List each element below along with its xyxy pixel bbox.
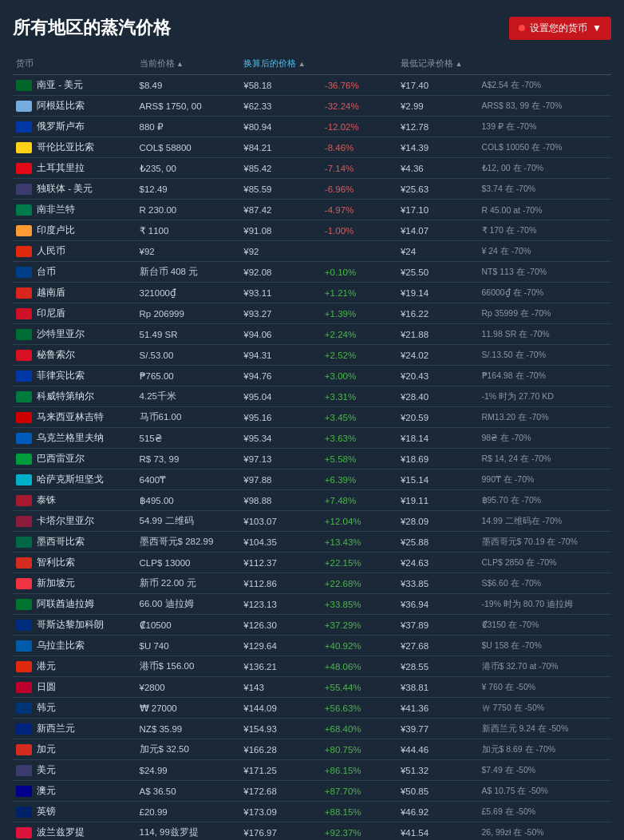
current-price: $24.99 <box>136 760 241 781</box>
currency-cell: 印尼盾 <box>13 303 136 324</box>
current-price: 新台币 408 元 <box>136 262 241 283</box>
current-price: $U 740 <box>136 636 241 656</box>
table-row: 沙特里亚尔 51.49 SR¥94.06+2.24%¥21.8811.98 SR… <box>13 324 611 345</box>
flag-icon <box>16 682 32 693</box>
converted-price: ¥144.09 <box>240 698 322 719</box>
converted-price: ¥95.16 <box>240 407 322 428</box>
currency-cell: 英镑 <box>13 802 136 822</box>
current-price: ARS$ 1750, 00 <box>136 96 241 117</box>
col-header-converted[interactable]: 换算后的价格 <box>240 53 322 75</box>
price-change: +80.75% <box>322 739 397 760</box>
current-price: 321000₫ <box>136 283 241 303</box>
price-change: +5.58% <box>322 449 397 470</box>
flag-icon <box>16 308 32 319</box>
price-change: +3.31% <box>322 386 397 407</box>
currency-cell: 越南盾 <box>13 283 136 303</box>
settings-button[interactable]: 设置您的货币 ▼ <box>509 17 611 40</box>
table-header: 货币 当前价格 换算后的价格 最低记录价格 <box>13 53 611 75</box>
converted-price: ¥97.88 <box>240 470 322 490</box>
currency-name: 韩元 <box>37 702 56 714</box>
currency-cell: 泰铢 <box>13 490 136 511</box>
current-price: ¥92 <box>136 241 241 262</box>
currency-cell: 印度卢比 <box>13 220 136 241</box>
price-change: +33.85% <box>322 594 397 615</box>
current-price: 54.99 二维码 <box>136 511 241 532</box>
flag-icon <box>16 516 32 527</box>
lowest-price: ¥24 <box>397 241 479 262</box>
col-header-lowest[interactable]: 最低记录价格 <box>397 53 479 75</box>
lowest-price: ¥18.14 <box>397 428 479 449</box>
lowest-price-detail: 14.99 二维码在 -70% <box>479 511 611 532</box>
flag-icon <box>16 454 32 465</box>
price-change: +13.43% <box>322 532 397 553</box>
lowest-price-detail: $U 158 在 -70% <box>479 636 611 656</box>
lowest-price-detail: NT$ 113 在 -70% <box>479 262 611 283</box>
lowest-price-detail: ₩ 7750 在 -50% <box>479 698 611 719</box>
currency-name: 哈萨克斯坦坚戈 <box>37 473 104 485</box>
flag-icon <box>16 204 32 216</box>
flag-icon <box>16 391 32 402</box>
lowest-price-detail: $3.74 在 -70% <box>479 179 611 200</box>
current-price: ฿495.00 <box>136 490 241 511</box>
table-row: 越南盾 321000₫¥93.11+1.21%¥19.1466000₫ 在 -7… <box>13 283 611 303</box>
lowest-price: ¥20.43 <box>397 366 479 386</box>
col-header-current[interactable]: 当前价格 <box>136 53 241 75</box>
currency-name: 美元 <box>37 764 56 776</box>
lowest-price: ¥4.36 <box>397 158 479 179</box>
currency-cell: 新西兰元 <box>13 719 136 739</box>
lowest-price-detail: 66000₫ 在 -70% <box>479 283 611 303</box>
table-row: 南亚 - 美元 $8.49¥58.18-36.76%¥17.40A$2.54 在… <box>13 75 611 96</box>
currency-cell: 澳元 <box>13 781 136 802</box>
currency-cell: 乌克兰格里夫纳 <box>13 428 136 449</box>
price-change: -12.02% <box>322 117 397 137</box>
table-row: 港元 港币$ 156.00¥136.21+48.06%¥28.55港币$ 32.… <box>13 656 611 677</box>
table-row: 美元 $24.99¥171.25+86.15%¥51.32$7.49 在 -50… <box>13 760 611 781</box>
price-change: -8.46% <box>322 137 397 158</box>
currency-cell: 南亚 - 美元 <box>13 75 136 96</box>
lowest-price-detail: -1% 时为 27.70 KD <box>479 386 611 407</box>
lowest-price: ¥25.63 <box>397 179 479 200</box>
current-price: £20.99 <box>136 802 241 822</box>
lowest-price-detail: £5.69 在 -50% <box>479 802 611 822</box>
flag-icon <box>16 80 32 91</box>
current-price: $12.49 <box>136 179 241 200</box>
table-row: 独联体 - 美元 $12.49¥85.59-6.96%¥25.63$3.74 在… <box>13 179 611 200</box>
flag-icon <box>16 350 32 361</box>
converted-price: ¥91.08 <box>240 220 322 241</box>
currency-name: 越南盾 <box>37 287 65 299</box>
currency-cell: 巴西雷亚尔 <box>13 449 136 470</box>
table-row: 哈萨克斯坦坚戈 6400₸¥97.88+6.39%¥15.14990₸ 在 -7… <box>13 470 611 490</box>
table-row: 新加坡元 新币 22.00 元¥112.86+22.68%¥33.85S$6.6… <box>13 573 611 594</box>
converted-price: ¥95.34 <box>240 428 322 449</box>
current-price: COL$ 58800 <box>136 137 241 158</box>
current-price: ¥2800 <box>136 677 241 698</box>
converted-price: ¥98.88 <box>240 490 322 511</box>
price-change: +55.44% <box>322 677 397 698</box>
lowest-price-detail: ¥ 24 在 -70% <box>479 241 611 262</box>
lowest-price: ¥38.81 <box>397 677 479 698</box>
flag-icon <box>16 225 32 236</box>
flag-icon <box>16 661 32 672</box>
currency-name: 秘鲁索尔 <box>37 349 75 361</box>
col-header-change <box>322 53 397 75</box>
converted-price: ¥58.18 <box>240 75 322 96</box>
flag-icon <box>16 163 32 174</box>
currency-name: 卡塔尔里亚尔 <box>37 515 94 527</box>
currency-cell: 波兰兹罗提 <box>13 822 136 841</box>
price-change: +37.29% <box>322 615 397 636</box>
flag-icon <box>16 537 32 548</box>
currency-cell: 人民币 <box>13 241 136 262</box>
price-change: +40.92% <box>322 636 397 656</box>
current-price: NZ$ 35.99 <box>136 719 241 739</box>
converted-price: ¥85.59 <box>240 179 322 200</box>
lowest-price: ¥46.92 <box>397 802 479 822</box>
lowest-price: ¥25.50 <box>397 262 479 283</box>
lowest-price-detail: R 45.00 at -70% <box>479 200 611 220</box>
currency-cell: 哈萨克斯坦坚戈 <box>13 470 136 490</box>
table-row: 哥斯达黎加科朗 ₡10500¥126.30+37.29%¥37.89₡3150 … <box>13 615 611 636</box>
table-row: 科威特第纳尔 4.25千米¥95.04+3.31%¥28.40-1% 时为 27… <box>13 386 611 407</box>
lowest-price: ¥41.54 <box>397 822 479 841</box>
price-change: +87.70% <box>322 781 397 802</box>
lowest-price: ¥24.63 <box>397 553 479 573</box>
lowest-price: ¥28.09 <box>397 511 479 532</box>
